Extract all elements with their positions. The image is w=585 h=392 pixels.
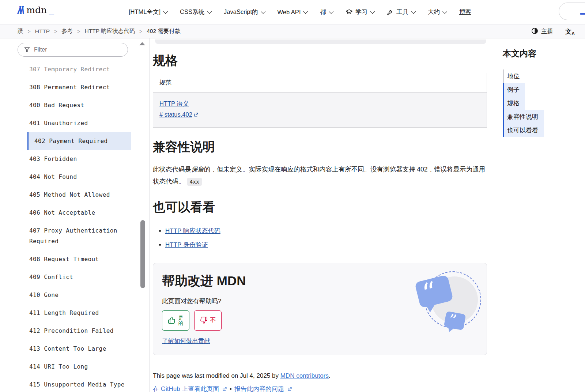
- article-footer: This page was last modified on Jul 4, 20…: [153, 370, 487, 392]
- search-input[interactable]: [559, 3, 585, 20]
- nav-item-html[interactable]: [HTML全文]: [129, 8, 166, 16]
- mdn-logo-mark: /\/\: [18, 5, 24, 16]
- status-code-list-item[interactable]: 414 URI Too Long: [18, 358, 125, 376]
- spec-link-http-semantics[interactable]: HTTP 语义: [159, 100, 189, 108]
- external-link-icon: [222, 384, 227, 392]
- specifications-table: 规范 HTTP 语义 # status.402: [153, 73, 487, 128]
- top-header: /\/\ mdn _ [HTML全文] CSS系统 JavaScript的 We…: [0, 0, 585, 24]
- nav-item-about[interactable]: 大约: [428, 8, 446, 16]
- mdn-contributors-link[interactable]: MDN contributors: [280, 372, 329, 379]
- breadcrumb-reference[interactable]: 参考: [61, 27, 73, 35]
- see-also-heading: 也可以看看: [153, 199, 487, 215]
- mdn-logo-text: mdn: [26, 5, 47, 16]
- status-code-list-item[interactable]: 411 Length Required: [18, 304, 125, 322]
- breadcrumb-actions: 主题 文A: [531, 24, 575, 39]
- sidebar-divider: [149, 38, 150, 392]
- status-code-list-item[interactable]: 307 Temporary Redirect: [18, 60, 125, 78]
- feedback-yes-button[interactable]: 是的: [162, 310, 189, 331]
- nav-item-blog[interactable]: 博客: [459, 8, 471, 16]
- nav-item-tools[interactable]: 工具: [387, 8, 414, 16]
- chevron-down-icon: [442, 9, 447, 14]
- toc-item: 规格: [503, 97, 581, 110]
- chevron-down-icon: [163, 9, 168, 14]
- status-code-list-item[interactable]: 403 Forbidden: [18, 150, 125, 168]
- breadcrumb-status-codes[interactable]: HTTP 响应状态代码: [85, 27, 135, 35]
- chevron-down-icon: [329, 9, 333, 14]
- chevron-down-icon: [261, 9, 265, 14]
- toc-item: 兼容性说明: [503, 110, 581, 124]
- status-code-list-item[interactable]: 400 Bad Request: [18, 96, 125, 114]
- status-code-list-item[interactable]: 412 Precondition Failed: [18, 322, 125, 340]
- last-modified-line: This page was last modified on Jul 4, 20…: [153, 370, 487, 381]
- language-switcher-button[interactable]: 文A: [565, 27, 575, 36]
- external-link-icon: [194, 112, 199, 118]
- chevron-down-icon: [303, 9, 308, 14]
- breadcrumb-home[interactable]: 蹼: [18, 27, 23, 35]
- nav-item-javascript[interactable]: JavaScript的: [224, 8, 264, 16]
- status-code-list-item[interactable]: 409 Conflict: [18, 268, 125, 286]
- see-also-list: HTTP 响应状态代码 HTTP 身份验证: [153, 227, 487, 249]
- feedback-no-button[interactable]: 不: [194, 310, 222, 331]
- mdn-logo[interactable]: /\/\ mdn _: [18, 5, 54, 16]
- breadcrumb-separator: >: [77, 29, 80, 34]
- status-code-list-item[interactable]: 406 Not Acceptable: [18, 204, 125, 222]
- thumbs-up-icon: [168, 316, 176, 325]
- view-on-github-link[interactable]: 在 GitHub 上查看此页面: [153, 385, 227, 392]
- mdn-logo-underscore: _: [49, 6, 54, 16]
- spec-link-status-402[interactable]: # status.402: [159, 111, 199, 118]
- chevron-down-icon: [207, 9, 212, 14]
- nav-item-all[interactable]: 都: [320, 8, 332, 16]
- report-problem-link[interactable]: 报告此内容的问题: [234, 385, 292, 392]
- table-of-contents: 本文内容 地位 例子 规格 兼容性说明 也可以看看: [503, 48, 581, 137]
- status-code-list-item[interactable]: 410 Gone: [18, 286, 125, 304]
- graduation-cap-icon: [346, 8, 353, 16]
- filter-funnel-icon: [23, 46, 31, 55]
- theme-icon: [531, 27, 538, 36]
- breadcrumb-http[interactable]: HTTP: [35, 28, 50, 35]
- status-code-list-item[interactable]: 401 Unauthorized: [18, 114, 125, 132]
- link-http-status-codes[interactable]: HTTP 响应状态代码: [165, 227, 220, 234]
- external-link-icon: [287, 384, 292, 392]
- translate-icon: 文A: [565, 28, 575, 35]
- status-code-list-item[interactable]: 407 Proxy Authentication Required: [18, 222, 125, 250]
- chevron-down-icon: [411, 9, 416, 14]
- status-code-list-item[interactable]: 405 Method Not Allowed: [18, 186, 125, 204]
- source-links-line: 在 GitHub 上查看此页面 •报告此内容的问题: [153, 384, 487, 392]
- link-http-authentication[interactable]: HTTP 身份验证: [165, 241, 208, 248]
- nav-item-css[interactable]: CSS系统: [180, 8, 210, 16]
- chevron-down-icon: [370, 9, 375, 14]
- nav-item-web-api[interactable]: Web API: [278, 9, 307, 16]
- toc-item: 例子: [503, 83, 581, 97]
- toc-item: 地位: [503, 69, 581, 83]
- breadcrumb-current-page: 402 需要付款: [147, 27, 180, 35]
- compatibility-paragraph: 此状态代码是保留的，但未定义。实际实现在响应的格式和内容上有所不同。没有浏览器支…: [153, 163, 487, 188]
- sidebar-scroll-up-arrow[interactable]: [139, 42, 145, 45]
- toc-list: 地位 例子 规格 兼容性说明 也可以看看: [503, 69, 581, 137]
- breadcrumb-separator: >: [28, 29, 31, 34]
- breadcrumb: 蹼 > HTTP > 参考 > HTTP 响应状态代码 > 402 需要付款: [18, 27, 180, 35]
- breadcrumb-bar: 蹼 > HTTP > 参考 > HTTP 响应状态代码 > 402 需要付款 主…: [0, 24, 585, 38]
- status-code-list-item[interactable]: 413 Content Too Large: [18, 340, 125, 358]
- contribute-link[interactable]: 了解如何做出贡献: [162, 337, 210, 345]
- sidebar-filter-input[interactable]: [18, 43, 128, 57]
- status-code-list-item[interactable]: 402 Payment Required: [27, 132, 131, 150]
- status-code-list-item[interactable]: 415 Unsupported Media Type: [18, 376, 125, 392]
- nav-item-learn[interactable]: 学习: [346, 8, 373, 16]
- sidebar-scrollbar[interactable]: [140, 220, 145, 288]
- speech-bubble-icon: ”: [444, 311, 466, 331]
- toc-title: 本文内容: [503, 48, 581, 59]
- status-code-list-item[interactable]: 308 Permanent Redirect: [18, 78, 125, 96]
- breadcrumb-separator: >: [139, 29, 142, 34]
- compatibility-heading: 兼容性说明: [153, 139, 487, 155]
- spec-table-header: 规范: [153, 73, 487, 93]
- wrench-icon: [387, 9, 394, 16]
- status-code-list-item[interactable]: 408 Request Timeout: [18, 250, 125, 268]
- specifications-heading: 规格: [153, 52, 487, 68]
- article-content: 规格 规范 HTTP 语义 # status.402 兼容性说明 此状态代码是保…: [153, 38, 487, 392]
- theme-toggle-button[interactable]: 主题: [531, 27, 553, 36]
- clipped-code-block: [155, 39, 486, 44]
- status-code-list-item[interactable]: 404 Not Found: [18, 168, 125, 186]
- list-item: HTTP 身份验证: [165, 241, 487, 249]
- thumbs-down-icon: [200, 316, 208, 325]
- main-nav: [HTML全文] CSS系统 JavaScript的 Web API 都 学习: [129, 0, 471, 24]
